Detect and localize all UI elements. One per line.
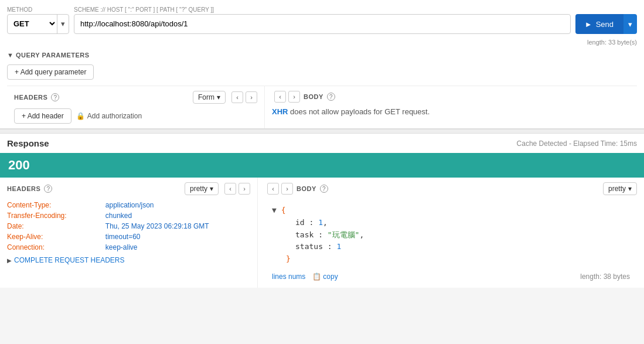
body-nav-arrows: ‹ › bbox=[274, 91, 300, 103]
body-footer-left: lines nums 📋 copy bbox=[272, 273, 338, 281]
cache-info: Cache Detected - Elapsed Time: 15ms bbox=[517, 139, 637, 148]
send-button[interactable]: ► Send bbox=[575, 14, 623, 34]
header-value: timeout=60 bbox=[105, 231, 250, 242]
method-section: METHOD GET POST PUT DELETE ▾ bbox=[7, 6, 69, 34]
url-input-section: SCHEME :// HOST [ ":" PORT ] [ PATH [ "?… bbox=[74, 6, 571, 34]
header-key: Content-Type: bbox=[7, 200, 105, 210]
json-open-brace: { bbox=[281, 206, 286, 214]
method-dropdown[interactable]: GET POST PUT DELETE ▾ bbox=[7, 14, 69, 34]
lock-icon: 🔒 bbox=[76, 112, 85, 120]
query-params-toggle-icon: ▼ bbox=[7, 52, 13, 59]
headers-title: HEADERS bbox=[14, 94, 47, 101]
response-header: Response Cache Detected - Elapsed Time: … bbox=[0, 134, 644, 153]
header-value: application/json bbox=[105, 200, 250, 210]
response-title: Response bbox=[7, 138, 49, 148]
header-value: chunked bbox=[105, 210, 250, 221]
header-key: Keep-Alive: bbox=[7, 231, 105, 242]
resp-body-nav-left[interactable]: ‹ bbox=[267, 183, 279, 195]
xhr-message: XHR does not allow payloads for GET requ… bbox=[272, 107, 630, 116]
send-icon: ► bbox=[585, 20, 592, 29]
table-row: Content-Type: application/json bbox=[7, 200, 250, 210]
body-nav-left-button[interactable]: ‹ bbox=[274, 91, 286, 103]
copy-label: copy bbox=[323, 273, 338, 281]
resp-headers-pretty-label: pretty bbox=[190, 185, 207, 193]
add-auth-button[interactable]: 🔒 Add authorization bbox=[76, 112, 142, 120]
query-params-row[interactable]: ▼ QUERY PARAMETERS bbox=[7, 48, 637, 62]
send-dropdown-button[interactable]: ▾ bbox=[623, 14, 637, 34]
headers-section-header: HEADERS ? Form ▾ ‹ › bbox=[14, 91, 257, 104]
json-collapse-icon[interactable]: ▼ bbox=[272, 206, 277, 214]
copy-icon: 📋 bbox=[312, 273, 321, 281]
xhr-message-text: does not allow payloads for GET request. bbox=[290, 107, 430, 116]
add-query-param-section: + Add query parameter bbox=[7, 62, 637, 86]
method-select[interactable]: GET POST PUT DELETE bbox=[8, 19, 57, 29]
resp-headers-pretty-dropdown[interactable]: pretty ▾ bbox=[185, 182, 219, 195]
resp-headers-nav-right[interactable]: › bbox=[238, 183, 250, 195]
complete-label: COMPLETE REQUEST HEADERS bbox=[14, 256, 124, 264]
resp-body-section: ‹ › BODY ? pretty ▾ ▼ { id : 1, task : "… bbox=[258, 178, 644, 288]
method-label: METHOD bbox=[7, 6, 69, 13]
header-key: Date: bbox=[7, 221, 105, 231]
resp-headers-section-header: HEADERS ? pretty ▾ ‹ › bbox=[7, 182, 250, 195]
resp-body-nav-right[interactable]: › bbox=[281, 183, 293, 195]
query-params-label: QUERY PARAMETERS bbox=[16, 52, 90, 59]
resp-headers-table: Content-Type: application/json Transfer-… bbox=[7, 200, 250, 253]
resp-body-pretty-dropdown[interactable]: pretty ▾ bbox=[603, 182, 637, 195]
xhr-label: XHR bbox=[272, 107, 288, 116]
resp-body-pretty-label: pretty bbox=[608, 185, 626, 193]
form-dropdown-icon: ▾ bbox=[217, 93, 220, 101]
body-nav-right-button[interactable]: › bbox=[288, 91, 300, 103]
headers-help-icon[interactable]: ? bbox=[51, 93, 59, 101]
url-label: SCHEME :// HOST [ ":" PORT ] [ PATH [ "?… bbox=[74, 6, 571, 13]
json-body: ▼ { id : 1, task : "玩電腦", status : 1 } bbox=[265, 200, 637, 270]
form-label: Form bbox=[198, 93, 214, 101]
resp-body-section-header: ‹ › BODY ? pretty ▾ bbox=[265, 182, 637, 195]
complete-toggle-icon: ▶ bbox=[7, 257, 12, 264]
json-id-line: id : 1, bbox=[272, 218, 328, 227]
method-arrow-icon[interactable]: ▾ bbox=[57, 15, 69, 33]
response-sections: HEADERS ? pretty ▾ ‹ › Content-Type: app… bbox=[0, 178, 644, 288]
status-code: 200 bbox=[8, 158, 30, 172]
byte-info: length: 33 byte(s) bbox=[7, 38, 637, 48]
table-row: Connection: keep-alive bbox=[7, 242, 250, 253]
send-btn-wrap: ► Send ▾ bbox=[575, 14, 637, 34]
resp-body-title: BODY bbox=[297, 185, 316, 192]
header-key: Transfer-Encoding: bbox=[7, 210, 105, 221]
table-row: Date: Thu, 25 May 2023 06:29:18 GMT bbox=[7, 221, 250, 231]
resp-headers-pretty-icon: ▾ bbox=[210, 185, 213, 193]
complete-request-headers[interactable]: ▶ COMPLETE REQUEST HEADERS bbox=[7, 253, 250, 268]
headers-actions: + Add header 🔒 Add authorization bbox=[14, 108, 257, 124]
status-bar: 200 bbox=[0, 153, 644, 178]
header-value: Thu, 25 May 2023 06:29:18 GMT bbox=[105, 221, 250, 231]
header-key: Connection: bbox=[7, 242, 105, 253]
resp-body-pretty-icon: ▾ bbox=[628, 185, 632, 193]
add-auth-label: Add authorization bbox=[87, 112, 142, 120]
add-header-button[interactable]: + Add header bbox=[14, 108, 71, 124]
table-row: Keep-Alive: timeout=60 bbox=[7, 231, 250, 242]
resp-headers-nav-left[interactable]: ‹ bbox=[224, 183, 236, 195]
url-row: METHOD GET POST PUT DELETE ▾ SCHEME :// … bbox=[7, 6, 637, 34]
resp-headers-nav-arrows: ‹ › bbox=[224, 183, 250, 195]
body-section: ‹ › BODY ? XHR does not allow payloads f… bbox=[265, 86, 637, 128]
body-title: BODY bbox=[304, 93, 323, 100]
resp-headers-title: HEADERS bbox=[7, 185, 40, 192]
nav-left-button[interactable]: ‹ bbox=[231, 91, 243, 103]
add-query-param-button[interactable]: + Add query parameter bbox=[7, 64, 94, 80]
resp-body-help-icon[interactable]: ? bbox=[320, 185, 328, 193]
resp-headers-help-icon[interactable]: ? bbox=[44, 185, 52, 193]
copy-button[interactable]: 📋 copy bbox=[312, 273, 338, 281]
headers-section: HEADERS ? Form ▾ ‹ › + Add header 🔒 Add … bbox=[7, 86, 265, 128]
form-dropdown[interactable]: Form ▾ bbox=[193, 91, 226, 104]
url-input[interactable] bbox=[74, 14, 571, 34]
send-label: Send bbox=[596, 20, 614, 29]
nav-arrows: ‹ › bbox=[231, 91, 257, 103]
lines-nums-label[interactable]: lines nums bbox=[272, 273, 305, 281]
header-value: keep-alive bbox=[105, 242, 250, 253]
body-help-icon[interactable]: ? bbox=[327, 93, 335, 101]
nav-right-button[interactable]: › bbox=[246, 91, 257, 103]
json-status-line: status : 1 bbox=[272, 242, 341, 251]
json-task-line: task : "玩電腦", bbox=[272, 230, 364, 239]
body-footer: lines nums 📋 copy length: 38 bytes bbox=[265, 270, 637, 283]
body-section-header: ‹ › BODY ? bbox=[272, 91, 630, 103]
divider bbox=[0, 129, 644, 134]
